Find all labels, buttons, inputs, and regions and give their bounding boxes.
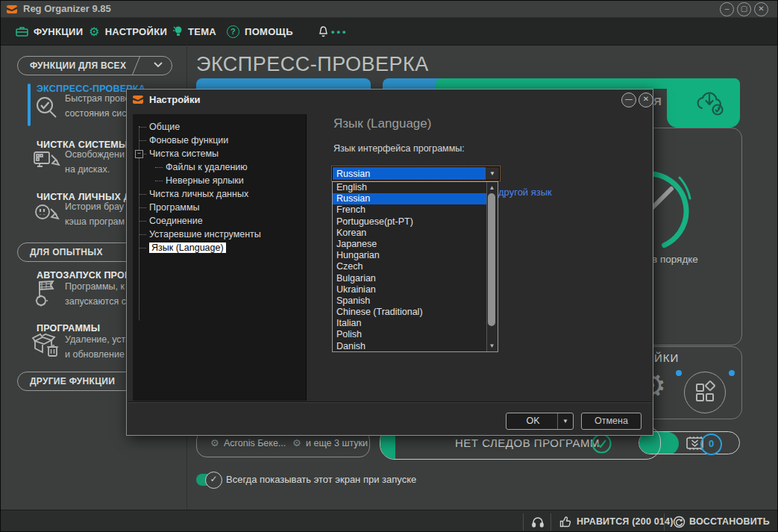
app-logo-icon (6, 3, 18, 15)
language-option[interactable]: Danish (333, 341, 498, 352)
combobox-arrow-icon[interactable]: ▼ (485, 167, 499, 180)
tree-item[interactable]: Файлы к удалению (133, 160, 306, 174)
language-combobox[interactable]: Russian ▼ (332, 166, 500, 181)
tree-item-label: Файлы к удалению (166, 162, 248, 172)
language-option[interactable]: Czech (333, 261, 498, 272)
tree-dotted-line (139, 221, 146, 222)
ok-dropdown-arrow-icon[interactable]: ▼ (557, 413, 573, 429)
language-option[interactable]: Bulgarian (333, 273, 498, 284)
briefcase-icon (16, 26, 28, 37)
language-option[interactable]: Korean (333, 228, 498, 239)
tree-item-label: Программы (149, 202, 200, 213)
language-option[interactable]: Ukrainian (333, 284, 498, 295)
tree-item-label: Язык (Language) (149, 242, 226, 253)
counter-badge: 0 (700, 434, 722, 455)
combobox-value: Russian (336, 169, 370, 179)
dialog-title: Настройки (149, 94, 201, 105)
hidden-tab-text-fragment: Я (653, 95, 662, 107)
chevron-down-icon (154, 62, 163, 68)
bell-icon (318, 25, 329, 37)
dialog-minimize-button[interactable]: — (621, 93, 636, 107)
toggle-check-icon: ✓ (205, 472, 222, 489)
settings-tree: ОбщиеФоновые функции−Чистка системыФайлы… (133, 114, 307, 401)
flag-gear-icon (32, 280, 62, 308)
tree-item-label: Устаревшие инструменты (149, 229, 261, 240)
tree-item[interactable]: Устаревшие инструменты (133, 228, 306, 241)
close-button[interactable]: ✕ (754, 2, 768, 16)
divider (550, 513, 551, 531)
tree-item[interactable]: −Чистка системы (133, 147, 306, 160)
settings-dialog: Настройки — ✕ ОбщиеФоновые функции−Чистк… (126, 89, 653, 436)
like-button[interactable]: НРАВИТСЯ (200 014) (577, 516, 674, 527)
restore-button[interactable]: ВОССТАНОВИТЬ (689, 516, 770, 527)
language-option[interactable]: Russian (333, 193, 498, 204)
language-option[interactable]: Italian (333, 318, 498, 329)
language-option[interactable]: English (333, 182, 498, 193)
dialog-footer: OK ▼ Отмена (128, 401, 652, 436)
language-option[interactable]: Polish (333, 329, 498, 340)
language-dropdown-list: EnglishRussianFrenchPortuguese(pt-PT)Kor… (332, 181, 498, 352)
restore-icon (673, 516, 686, 528)
maximize-button[interactable]: ▢ (737, 2, 751, 16)
tab-green-corner[interactable] (667, 78, 740, 128)
window-title: Reg Organizer 9.85 (23, 3, 111, 14)
gear-icon: ⚙ (292, 437, 301, 448)
tree-collapse-icon[interactable]: − (135, 150, 143, 158)
gauge-caption: в порядке (652, 254, 698, 265)
menu-functions[interactable]: ФУНКЦИИ (16, 18, 83, 45)
sidebar-group-all[interactable]: ФУНКЦИИ ДЛЯ ВСЕХ (17, 56, 172, 75)
tree-item[interactable]: Фоновые функции (133, 134, 306, 147)
reg-organizer-window: Reg Organizer 9.85 – ▢ ✕ ФУНКЦИИ ⚙ НАСТР… (0, 0, 778, 532)
tree-item-label: Чистка системы (149, 148, 219, 159)
page-title: ЭКСПРЕСС-ПРОВЕРКА (196, 53, 429, 76)
dialog-close-button[interactable]: ✕ (639, 93, 653, 107)
tree-item[interactable]: Программы (133, 201, 306, 214)
menu-theme[interactable]: ТЕМА (172, 18, 216, 45)
minimize-button[interactable]: – (720, 2, 734, 16)
tree-item-label: Соединение (149, 216, 203, 226)
notification-dot (676, 370, 682, 376)
tree-item[interactable]: Язык (Language) (133, 241, 306, 254)
menu-help[interactable]: ? ПОМОЩЬ (227, 18, 293, 45)
divider (131, 56, 142, 75)
tree-item-label: Чистка личных данных (149, 189, 248, 199)
dropdown-scrollbar[interactable]: ▲ ▼ (486, 182, 498, 351)
translate-link-fragment[interactable]: другой язык (498, 187, 552, 198)
tree-item[interactable]: Чистка личных данных (133, 187, 306, 201)
language-option[interactable]: Spanish (333, 295, 498, 307)
notification-dot (729, 370, 735, 376)
apps-grid-button[interactable] (684, 372, 726, 413)
language-option[interactable]: Hungarian (333, 250, 498, 261)
tree-item[interactable]: Общие (133, 120, 306, 134)
startup-toggle[interactable]: ✓ (196, 474, 219, 486)
language-option[interactable]: Chinese (Traditional) (333, 307, 498, 318)
language-option[interactable]: French (333, 204, 498, 216)
box-trash-icon (32, 332, 62, 360)
lightbulb-icon (172, 25, 183, 37)
scroll-up-icon[interactable]: ▲ (487, 184, 497, 191)
menu-settings[interactable]: ⚙ НАСТРОЙКИ (89, 18, 167, 45)
headphones-icon[interactable] (531, 516, 545, 528)
language-option[interactable]: Japanese (333, 239, 498, 250)
tree-item-label: Неверные ярлыки (166, 175, 244, 186)
monitor-brush-icon (34, 149, 62, 176)
gear-icon: ⚙ (89, 25, 100, 39)
ok-button[interactable]: OK ▼ (506, 413, 574, 430)
app-logo-icon (132, 93, 144, 105)
cancel-button[interactable]: Отмена (581, 413, 641, 430)
tree-item-label: Общие (149, 122, 180, 132)
tree-dotted-line (155, 167, 163, 168)
menu-more[interactable]: ••• (331, 18, 348, 45)
scroll-down-icon[interactable]: ▼ (487, 342, 497, 349)
divider (664, 513, 665, 531)
tree-item[interactable]: Соединение (133, 214, 306, 228)
check-circle-icon (591, 433, 612, 454)
thumbs-up-icon (559, 516, 572, 528)
tree-item[interactable]: Неверные ярлыки (133, 174, 306, 187)
notifications-button[interactable] (318, 18, 329, 45)
language-option[interactable]: Portuguese(pt-PT) (333, 216, 498, 228)
tree-dotted-line (139, 234, 146, 235)
tree-dotted-line (139, 194, 146, 195)
tree-item-label: Фоновые функции (149, 135, 228, 145)
scrollbar-thumb[interactable] (488, 193, 495, 326)
